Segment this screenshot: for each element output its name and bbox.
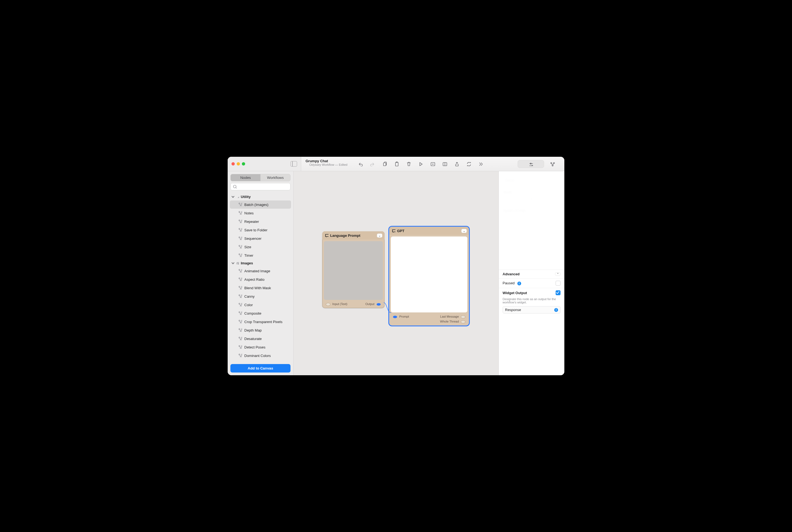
canvas-node-gpt[interactable]: GPT ⌄ Prompt Last Message Whole Thread <box>389 227 469 325</box>
tree-item-detect-poses[interactable]: Detect Poses <box>230 343 291 351</box>
section-header-advanced[interactable]: Advanced ⌃ <box>499 270 564 278</box>
inspector-top-disabled: Name Model — System Prompt <box>499 171 564 269</box>
tree-item-label: Crop Transparent Pixels <box>244 320 282 324</box>
fit-button[interactable] <box>428 160 438 168</box>
tab-workflows[interactable]: Workflows <box>260 174 290 181</box>
section-title: Advanced <box>502 272 519 276</box>
image-icon <box>236 261 239 265</box>
tree-item-animated-image[interactable]: Animated Image <box>230 267 291 275</box>
tree-item-size[interactable]: Size <box>230 243 291 251</box>
tree-item-notes[interactable]: Notes <box>230 209 291 217</box>
undo-button[interactable] <box>355 160 365 168</box>
field-label: Response <box>505 308 521 312</box>
tree-item-erase-object[interactable]: Erase Object <box>230 360 291 361</box>
node-icon <box>238 345 242 349</box>
info-icon[interactable]: i <box>554 308 558 312</box>
tree-item-repeater[interactable]: Repeater <box>230 217 291 226</box>
app-window: Grumpy Chat Odyssey Workflow — Edited <box>228 157 564 375</box>
port-label: Whole Thread <box>439 320 460 323</box>
tree-item-label: Color <box>244 303 253 307</box>
port-label: Input (Text) <box>331 302 348 306</box>
toggle-sidebar-icon[interactable] <box>291 161 297 167</box>
share-button[interactable] <box>452 160 462 168</box>
tree-item-timer[interactable]: Timer <box>230 251 291 260</box>
tree-item-aspect-ratio[interactable]: Aspect Ratio <box>230 275 291 284</box>
search-icon <box>233 184 237 189</box>
run-button[interactable] <box>416 160 425 168</box>
copy-button[interactable] <box>380 160 389 168</box>
play-icon <box>418 162 423 166</box>
node-icon <box>238 319 242 324</box>
tree-item-sequencer[interactable]: Sequencer <box>230 234 291 243</box>
node-menu-button[interactable]: ⌄ <box>377 233 382 238</box>
chevron-down-icon <box>232 262 235 265</box>
add-to-canvas-button[interactable]: Add to Canvas <box>231 364 291 373</box>
minimize-window-button[interactable] <box>237 162 240 166</box>
tree-item-crop-transparent-pixels[interactable]: Crop Transparent Pixels <box>230 318 291 326</box>
tree-item-label: Detect Poses <box>244 345 265 349</box>
tree-item-batch-images[interactable]: Batch (Images) <box>230 201 291 209</box>
paused-checkbox[interactable] <box>556 281 560 286</box>
tree-category-images[interactable]: Images <box>230 260 291 266</box>
tree-category-utility[interactable]: Utility <box>230 194 291 200</box>
search-input[interactable] <box>231 183 291 190</box>
output-port-whole-thread[interactable] <box>461 321 465 323</box>
tree-item-save-to-folder[interactable]: Save to Folder <box>230 226 291 234</box>
fit-frame-icon <box>430 162 435 166</box>
tab-nodes[interactable]: Nodes <box>231 174 260 181</box>
widget-output-checkbox[interactable] <box>556 290 560 295</box>
tree-item-blend-with-mask[interactable]: Blend With Mask <box>230 284 291 292</box>
canvas-node-language-prompt[interactable]: Language Prompt ⌄ Input (Text) Output <box>322 231 385 308</box>
input-port[interactable] <box>326 303 330 306</box>
tree-item-label: Repeater <box>244 220 259 224</box>
response-output-field[interactable]: Response i <box>502 306 560 314</box>
overflow-button[interactable] <box>476 160 486 168</box>
sync-icon <box>466 162 471 166</box>
inspector-filters-button[interactable] <box>518 160 544 168</box>
canvas[interactable]: Language Prompt ⌄ Input (Text) Output GP… <box>294 171 498 375</box>
paste-button[interactable] <box>392 160 402 168</box>
node-header[interactable]: Language Prompt ⌄ <box>322 231 385 240</box>
output-port[interactable] <box>376 303 381 306</box>
tree-item-canny[interactable]: Canny <box>230 292 291 300</box>
tree-item-label: Blend With Mask <box>244 286 271 290</box>
chat-icon <box>391 228 395 233</box>
zoom-window-button[interactable] <box>242 162 245 166</box>
tree-item-label: Canny <box>244 294 255 299</box>
tree-item-desaturate[interactable]: Desaturate <box>230 335 291 343</box>
share-icon <box>454 162 459 166</box>
document-title-block: Grumpy Chat Odyssey Workflow — Edited <box>306 159 351 169</box>
sync-button[interactable] <box>464 160 474 168</box>
node-header[interactable]: GPT ⌄ <box>389 227 469 235</box>
node-icon <box>238 228 242 232</box>
node-content[interactable] <box>391 236 467 312</box>
node-icon <box>238 211 242 215</box>
input-port-prompt[interactable] <box>393 316 397 318</box>
tree-item-label: Save to Folder <box>244 228 268 232</box>
tree-item-color[interactable]: Color <box>230 301 291 309</box>
info-icon[interactable]: i <box>517 282 521 285</box>
output-port-last-message[interactable] <box>461 316 465 318</box>
svg-point-4 <box>432 164 433 165</box>
graph-view-button[interactable] <box>547 160 557 168</box>
chevron-up-icon: ⌃ <box>555 272 560 276</box>
redo-button[interactable] <box>368 160 377 168</box>
node-icon <box>238 219 242 224</box>
tree-item-composite[interactable]: Composite <box>230 309 291 317</box>
center-button[interactable] <box>440 160 449 168</box>
node-icon <box>238 268 242 273</box>
tree-item-depth-map[interactable]: Depth Map <box>230 326 291 334</box>
delete-button[interactable] <box>404 160 413 168</box>
center-frame-icon <box>442 162 447 166</box>
tree-item-label: Batch (Images) <box>244 203 269 207</box>
node-content[interactable] <box>324 241 383 300</box>
node-icon <box>238 311 242 316</box>
port-label: Output <box>364 302 375 306</box>
node-menu-button[interactable]: ⌄ <box>461 229 467 233</box>
close-window-button[interactable] <box>232 162 235 166</box>
tree-item-label: Dominant Colors <box>244 354 271 358</box>
paste-icon <box>394 162 399 166</box>
sidebar-tabs: Nodes Workflows <box>231 174 291 181</box>
tree-item-dominant-colors[interactable]: Dominant Colors <box>230 352 291 360</box>
row-description: Designate this node as an output for the… <box>499 298 564 306</box>
